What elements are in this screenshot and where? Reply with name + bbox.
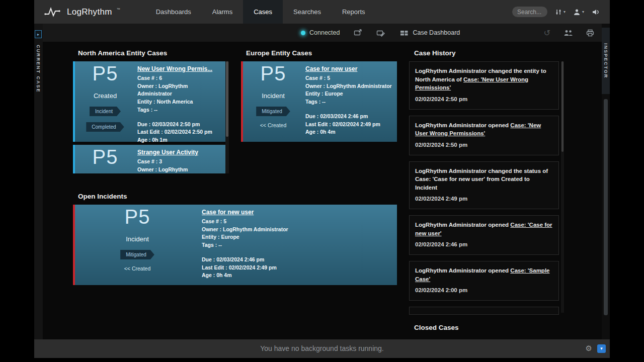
tab-dashboards[interactable]: Dashboards xyxy=(145,0,202,24)
north-america-list-scrollbar[interactable] xyxy=(225,61,229,173)
search-input[interactable] xyxy=(512,7,547,17)
current-case-rail-label[interactable]: CURRENT CASE xyxy=(36,45,41,93)
tab-reports[interactable]: Reports xyxy=(332,0,376,24)
tab-searches[interactable]: Searches xyxy=(283,0,332,24)
scrollbar-thumb[interactable] xyxy=(561,61,564,152)
priority-label: P5 xyxy=(93,62,118,85)
north-america-case-list: P5 Created Incident Completed New User W… xyxy=(73,61,229,173)
case-last-edit-field: Last Edit : 02/02/2024 2:49 pm xyxy=(305,121,392,129)
case-tags-field: Tags : -- xyxy=(202,241,392,249)
top-nav-right: ▾ ▾ xyxy=(512,7,610,17)
collaborators-icon[interactable] xyxy=(564,30,573,36)
case-title-link[interactable]: Case for new user xyxy=(305,65,392,72)
expand-current-case-button[interactable]: ▸ xyxy=(35,30,42,38)
case-history-entry: LogRhythm Administrator opened Case: 'Sa… xyxy=(409,261,559,301)
case-meta: Due : 02/03/2024 2:46 pm Last Edit : 02/… xyxy=(305,113,392,136)
chevron-down-icon: ▾ xyxy=(582,10,584,14)
brand-name: LogRhythm xyxy=(67,7,112,17)
section-title-north-america: North America Entity Cases xyxy=(78,49,167,57)
tab-cases[interactable]: Cases xyxy=(243,0,283,24)
dashboard-selector-label: Case Dashboard xyxy=(413,29,460,36)
case-tags-field: Tags : -- xyxy=(305,98,392,106)
task-drawer-button[interactable]: ▾ xyxy=(597,344,606,353)
status-action-completed-button[interactable]: Completed xyxy=(86,122,124,132)
case-history-list: LogRhythm Administrator changed the enti… xyxy=(409,61,559,339)
case-title-link[interactable]: New User Wrong Permis... xyxy=(137,65,220,72)
case-last-edit-field: Last Edit : 02/02/2024 2:50 pm xyxy=(137,128,220,136)
status-bar-icons: ⚙ ▾ xyxy=(586,344,606,353)
status-back-created-link[interactable]: << Created xyxy=(260,122,287,128)
case-history-scrollbar[interactable] xyxy=(561,61,564,313)
preferences-menu[interactable]: ▾ xyxy=(555,9,566,16)
print-icon[interactable] xyxy=(586,29,594,37)
inspector-scrollbar[interactable] xyxy=(604,99,608,315)
brand-trademark: ™ xyxy=(117,8,120,11)
case-due-field: Due : 02/03/2024 2:46 pm xyxy=(202,256,392,264)
user-icon xyxy=(573,9,581,16)
save-layout-icon[interactable] xyxy=(376,29,385,37)
case-status-label: Created xyxy=(94,92,117,100)
dashboard-grid-icon xyxy=(400,30,409,36)
case-card-details: New User Wrong Permis... Case # : 6 Owne… xyxy=(136,61,225,142)
history-timestamp: 02/02/2024 2:46 pm xyxy=(415,241,553,247)
history-actor: LogRhythm Administrator xyxy=(415,68,487,74)
brand: LogRhythm ™ xyxy=(34,7,120,18)
screen: LogRhythm ™ Dashboards Alarms Cases Sear… xyxy=(0,0,644,362)
case-number-field: Case # : 3 xyxy=(137,158,220,166)
popout-window-icon[interactable] xyxy=(354,29,362,37)
status-action-mitigated-button[interactable]: Mitigated xyxy=(120,250,154,259)
history-entry-text: LogRhythm Administrator opened Case: 'Ca… xyxy=(415,221,553,237)
case-card-new-user-wrong-permissions[interactable]: P5 Created Incident Completed New User W… xyxy=(73,61,225,142)
inspector-rail: INSPECTOR xyxy=(602,24,610,339)
case-card-strange-user-activity[interactable]: P5 Strange User Activity Case # : 3 Owne… xyxy=(73,145,225,173)
tab-alarms[interactable]: Alarms xyxy=(202,0,243,24)
history-entry-text: LogRhythm Administrator changed the enti… xyxy=(415,67,553,92)
status-bar: You have no background tasks running. ⚙ … xyxy=(34,339,610,358)
case-age-field: Age : 0h 4m xyxy=(202,272,392,280)
scrollbar-thumb[interactable] xyxy=(226,61,228,137)
logrhythm-app-window: LogRhythm ™ Dashboards Alarms Cases Sear… xyxy=(34,0,610,358)
status-action-mitigated-button[interactable]: Mitigated xyxy=(256,107,290,116)
notifications-button[interactable] xyxy=(592,9,600,16)
user-menu[interactable]: ▾ xyxy=(573,9,584,16)
history-timestamp: 02/02/2024 2:50 pm xyxy=(415,142,553,148)
case-card-summary: P5 Incident Mitigated << Created xyxy=(243,61,303,142)
undo-icon[interactable]: ↺ xyxy=(544,28,550,38)
priority-label: P5 xyxy=(125,206,150,228)
section-title-closed-cases: Closed Cases xyxy=(414,324,559,331)
top-nav-bar: LogRhythm ™ Dashboards Alarms Cases Sear… xyxy=(34,0,610,24)
case-title-link[interactable]: Strange User Activity xyxy=(137,149,220,156)
logrhythm-logo-icon xyxy=(44,7,62,18)
inspector-tab[interactable]: INSPECTOR xyxy=(602,28,610,94)
case-card-case-for-new-user[interactable]: P5 Incident Mitigated << Created Case fo… xyxy=(241,61,397,142)
case-card-summary: P5 Created Incident Completed xyxy=(75,61,135,142)
case-entity-field: Entity : Europe xyxy=(202,233,392,241)
case-due-field: Due : 02/03/2024 2:46 pm xyxy=(305,113,392,121)
history-entry-text: LogRhythm Administrator changed the stat… xyxy=(415,167,553,192)
case-number-field: Case # : 6 xyxy=(137,74,220,82)
background-tasks-status: You have no background tasks running. xyxy=(34,344,610,352)
case-title-link[interactable]: Case for new user xyxy=(202,209,392,216)
history-action-text: opened xyxy=(487,122,510,128)
history-entry-text: LogRhythm Administrator opened Case: 'Sa… xyxy=(415,266,553,283)
case-number-field: Case # : 5 xyxy=(202,218,392,226)
status-action-incident-button[interactable]: Incident xyxy=(90,107,121,116)
history-actor: LogRhythm Administrator xyxy=(415,122,487,128)
toolbar-center: Connected xyxy=(301,24,460,42)
settings-gear-icon[interactable]: ⚙ xyxy=(586,344,592,353)
case-meta: Due : 02/03/2024 2:46 pm Last Edit : 02/… xyxy=(202,256,392,280)
history-timestamp: 02/02/2024 2:00 pm xyxy=(415,287,553,293)
case-owner-field: Owner : LogRhythm Administrator xyxy=(137,82,220,98)
case-age-field: Age : 0h 4m xyxy=(305,128,392,136)
case-due-field: Due : 02/03/2024 2:50 pm xyxy=(137,121,220,129)
case-dashboard-content: North America Entity Cases P5 Created In… xyxy=(43,42,602,339)
europe-case-list: P5 Incident Mitigated << Created Case fo… xyxy=(241,61,397,142)
dashboard-selector[interactable]: Case Dashboard xyxy=(400,29,460,36)
case-number-field: Case # : 5 xyxy=(305,74,392,82)
toolbar-right: ↺ xyxy=(544,24,594,42)
status-back-created-link[interactable]: << Created xyxy=(124,265,151,272)
case-entity-field: Entity : North America xyxy=(137,98,220,106)
case-card-open-incident[interactable]: P5 Incident Mitigated << Created Case fo… xyxy=(73,205,397,285)
section-title-case-history: Case History xyxy=(414,49,456,57)
case-status-label: Incident xyxy=(126,235,149,243)
